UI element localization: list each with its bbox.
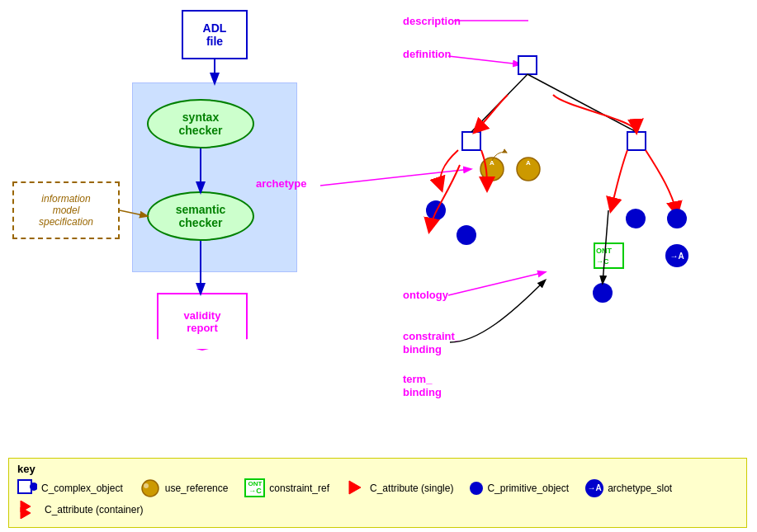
key-label-cpo: C_primitive_object <box>487 483 569 494</box>
svg-rect-9 <box>462 132 480 150</box>
semantic-checker-label: semantic checker <box>176 203 226 229</box>
description-label: description <box>403 15 461 27</box>
svg-rect-8 <box>518 56 537 74</box>
key-label-constraint-ref: constraint_ref <box>269 483 329 494</box>
key-item-cco: C_complex_object <box>17 479 123 497</box>
adl-file-box: ADL file <box>182 10 248 59</box>
definition-label: definition <box>403 48 452 60</box>
svg-rect-28 <box>18 480 31 493</box>
key-items: C_complex_object use_reference ONT →C co… <box>17 478 738 519</box>
term-binding-label: term_binding <box>403 373 442 398</box>
info-model-label: information model specification <box>39 193 93 228</box>
svg-point-15 <box>517 158 540 181</box>
svg-text:ONT: ONT <box>596 247 613 255</box>
c-attribute-container-icon <box>17 501 40 519</box>
key-item-arch-slot: →A archetype_slot <box>585 479 672 497</box>
syntax-checker-label: syntax checker <box>179 111 223 137</box>
validity-report-label: validity report <box>184 309 221 334</box>
svg-point-24 <box>593 283 613 303</box>
archetype-slot-icon: →A <box>585 479 603 497</box>
key-label-cco: C_complex_object <box>41 483 123 494</box>
key-label-c-attr-container: C_attribute (container) <box>45 504 143 516</box>
semantic-checker-ellipse: semantic checker <box>147 191 254 241</box>
svg-text:→C: →C <box>596 257 609 266</box>
key-title: key <box>17 463 738 475</box>
svg-rect-19 <box>594 243 623 268</box>
svg-line-7 <box>448 272 545 295</box>
key-label-use-ref: use_reference <box>165 483 229 494</box>
info-model-box: information model specification <box>12 181 120 239</box>
key-item-constraint-ref: ONT →C constraint_ref <box>244 478 329 497</box>
svg-point-25 <box>626 209 646 228</box>
svg-text:→A: →A <box>669 252 684 261</box>
key-item-c-attr-container: C_attribute (container) <box>17 501 143 519</box>
svg-point-13 <box>480 158 504 181</box>
archetype-label: archetype <box>256 177 306 190</box>
svg-line-27 <box>603 210 608 283</box>
svg-rect-10 <box>627 132 646 150</box>
c-complex-object-icon <box>17 479 37 497</box>
svg-line-11 <box>471 74 528 132</box>
svg-line-6 <box>448 56 520 64</box>
svg-text:A: A <box>526 159 531 167</box>
svg-point-17 <box>426 200 446 220</box>
svg-text:A: A <box>490 159 494 167</box>
c-primitive-object-icon <box>470 482 483 495</box>
syntax-checker-ellipse: syntax checker <box>147 99 254 148</box>
key-item-c-attr-single: C_attribute (single) <box>346 479 453 497</box>
adl-file-label: ADL file <box>203 21 227 48</box>
constraint-ref-icon: ONT →C <box>244 478 265 497</box>
key-label-c-attr-single: C_attribute (single) <box>370 483 453 494</box>
svg-line-4 <box>320 169 471 186</box>
svg-point-26 <box>667 209 687 228</box>
ontology-label: ontology <box>403 289 448 301</box>
c-attribute-single-icon <box>346 479 366 497</box>
key-area: key C_complex_object use_reference ONT →… <box>8 458 747 528</box>
svg-point-31 <box>144 483 149 488</box>
validity-report-box: validity report <box>157 293 248 351</box>
svg-line-12 <box>528 74 636 132</box>
key-item-cpo: C_primitive_object <box>470 482 569 495</box>
constraint-binding-label: constraint_binding <box>403 330 461 355</box>
key-label-arch-slot: archetype_slot <box>608 483 672 494</box>
svg-point-30 <box>142 480 158 497</box>
svg-point-22 <box>665 244 688 267</box>
svg-point-18 <box>457 225 476 245</box>
use-reference-icon <box>140 479 161 497</box>
diagram-area: ADL file syntax checker semantic checker… <box>0 0 757 445</box>
key-item-use-ref: use_reference <box>140 479 229 497</box>
